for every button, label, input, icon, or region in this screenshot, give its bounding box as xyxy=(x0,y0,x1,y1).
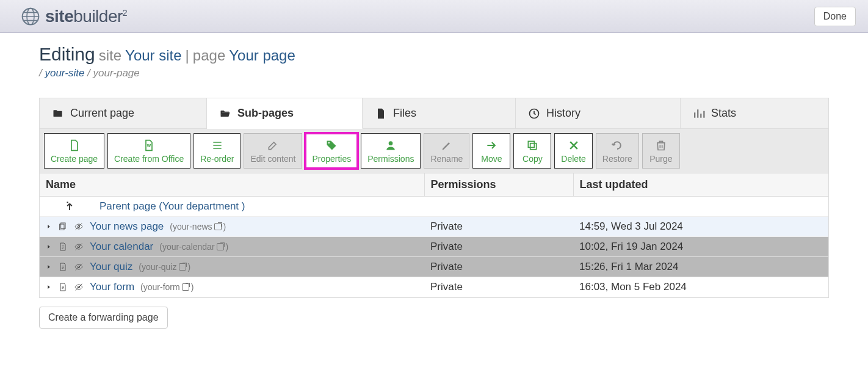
row-permissions: Private xyxy=(424,217,573,237)
hidden-icon xyxy=(74,222,84,231)
done-button[interactable]: Done xyxy=(814,7,856,26)
external-link-icon[interactable] xyxy=(217,243,224,250)
multipage-icon xyxy=(58,222,68,231)
move-button[interactable]: Move xyxy=(472,133,510,169)
expand-icon[interactable] xyxy=(46,222,52,231)
reorder-icon xyxy=(211,139,223,151)
file-icon xyxy=(375,107,387,120)
row-permissions: Private xyxy=(424,257,573,277)
external-link-icon[interactable] xyxy=(182,283,189,291)
folder-icon xyxy=(52,107,64,120)
row-slug[interactable]: (your-calendar ) xyxy=(159,242,228,252)
reorder-button[interactable]: Re-order xyxy=(193,133,241,169)
expand-icon[interactable] xyxy=(46,282,52,292)
globe-icon xyxy=(21,7,40,26)
tag-icon xyxy=(325,139,338,151)
external-link-icon[interactable] xyxy=(179,263,186,271)
row-title-link[interactable]: Your form xyxy=(90,281,134,293)
table-row[interactable]: Your quiz (your-quiz ) Private 15:26, Fr… xyxy=(40,257,828,277)
folder-open-icon xyxy=(219,107,231,120)
row-updated: 10:02, Fri 19 Jan 2024 xyxy=(573,237,828,257)
row-title-link[interactable]: Your quiz xyxy=(90,261,132,273)
hidden-icon xyxy=(74,262,84,272)
page-title: Editing site Your site | page Your page xyxy=(39,44,829,65)
table-row[interactable]: Your news page (your-news ) Private 14:5… xyxy=(40,217,828,237)
copy-button[interactable]: Copy xyxy=(513,133,551,169)
tab-current-page[interactable]: Current page xyxy=(40,98,207,129)
document-icon xyxy=(58,262,68,272)
row-slug[interactable]: (your-quiz ) xyxy=(139,262,190,272)
parent-page-link[interactable]: Parent page (Your department ) xyxy=(99,200,245,213)
create-page-button[interactable]: Create page xyxy=(44,133,104,169)
hidden-icon xyxy=(74,282,84,292)
edit-content-button: Edit content xyxy=(244,133,302,169)
logo-text: sitebuilder2 xyxy=(45,7,127,26)
pencil-icon xyxy=(441,139,453,151)
word-file-icon xyxy=(143,139,155,151)
tab-history[interactable]: History xyxy=(516,98,681,129)
row-permissions: Private xyxy=(424,277,573,297)
stats-icon xyxy=(693,107,705,120)
table-row[interactable]: Your form (your-form ) Private 16:03, Mo… xyxy=(40,277,828,297)
parent-row[interactable]: Parent page (Your department ) xyxy=(40,197,828,217)
row-permissions: Private xyxy=(424,237,573,257)
document-icon xyxy=(58,282,68,292)
breadcrumb: / your-site / your-page xyxy=(39,67,829,79)
row-slug[interactable]: (your-news ) xyxy=(170,222,226,231)
rename-button: Rename xyxy=(424,133,469,169)
new-page-icon xyxy=(68,139,81,151)
row-title-link[interactable]: Your news page xyxy=(90,220,164,233)
col-updated[interactable]: Last updated xyxy=(573,173,828,197)
hidden-icon xyxy=(74,242,84,252)
row-updated: 15:26, Fri 1 Mar 2024 xyxy=(573,257,828,277)
expand-icon[interactable] xyxy=(46,262,52,272)
tab-stats[interactable]: Stats xyxy=(681,98,828,129)
toolbar: Create page Create from Office Re-order … xyxy=(39,129,829,173)
clock-icon xyxy=(528,107,540,120)
subpages-table: Name Permissions Last updated Parent pag… xyxy=(40,173,828,297)
close-icon xyxy=(568,139,580,151)
trash-icon xyxy=(655,139,667,151)
table-row[interactable]: Your calendar (your-calendar ) Private 1… xyxy=(40,237,828,257)
arrow-right-icon xyxy=(485,139,497,151)
topbar: sitebuilder2 Done xyxy=(0,0,868,33)
row-slug[interactable]: (your-form ) xyxy=(140,282,193,292)
breadcrumb-site[interactable]: your-site xyxy=(45,67,84,79)
purge-button: Purge xyxy=(642,133,680,169)
row-title-link[interactable]: Your calendar xyxy=(90,241,153,253)
user-icon xyxy=(385,139,397,151)
restore-button: Restore xyxy=(596,133,639,169)
create-from-office-button[interactable]: Create from Office xyxy=(107,133,190,169)
tab-sub-pages[interactable]: Sub-pages xyxy=(207,98,363,129)
breadcrumb-page: your-page xyxy=(93,67,140,79)
site-name-link[interactable]: Your site xyxy=(125,47,182,64)
edit-icon xyxy=(267,139,279,151)
document-icon xyxy=(58,242,68,252)
logo: sitebuilder2 xyxy=(21,7,127,26)
col-name[interactable]: Name xyxy=(40,173,424,197)
col-permissions[interactable]: Permissions xyxy=(424,173,573,197)
external-link-icon[interactable] xyxy=(214,223,222,230)
undo-icon xyxy=(611,139,623,151)
delete-button[interactable]: Delete xyxy=(554,133,592,169)
up-arrow-icon xyxy=(64,201,75,212)
row-updated: 14:59, Wed 3 Jul 2024 xyxy=(573,217,828,237)
tab-files[interactable]: Files xyxy=(363,98,516,129)
copy-icon xyxy=(526,139,538,151)
row-updated: 16:03, Mon 5 Feb 2024 xyxy=(573,277,828,297)
expand-icon[interactable] xyxy=(46,242,52,252)
properties-button[interactable]: Properties xyxy=(305,133,358,169)
page-name-link[interactable]: Your page xyxy=(229,47,295,64)
permissions-button[interactable]: Permissions xyxy=(361,133,421,169)
create-forwarding-page-button[interactable]: Create a forwarding page xyxy=(39,307,168,329)
tabs: Current page Sub-pages Files History Sta… xyxy=(39,98,829,129)
